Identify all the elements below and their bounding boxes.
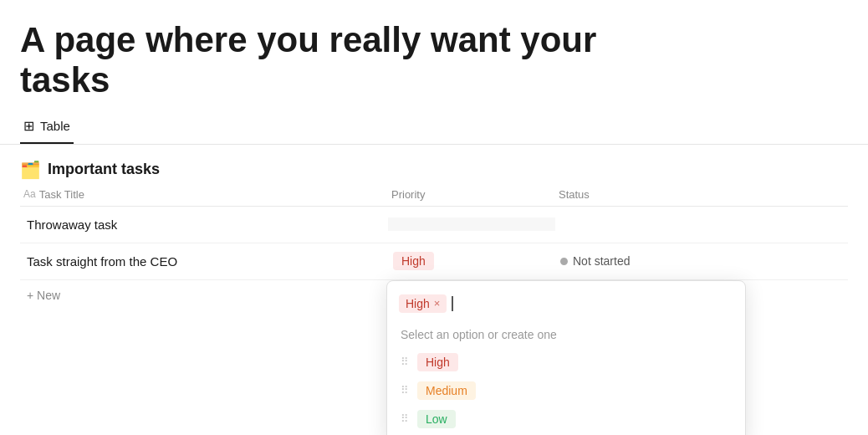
priority-dropdown[interactable]: High × Select an option or create one ⠿ … — [386, 280, 746, 435]
page-header: A page where you really want your tasks — [0, 0, 868, 111]
group-icon: 🗂️ — [20, 160, 41, 180]
page-title: A page where you really want your tasks — [20, 20, 605, 101]
group-header: 🗂️ Important tasks — [20, 145, 848, 187]
dropdown-search-row: High × — [387, 291, 745, 320]
col-header-priority: Priority — [388, 187, 555, 202]
cell-status-2[interactable]: Not started — [555, 248, 722, 274]
cell-title-1[interactable]: Throwaway task — [20, 211, 388, 238]
add-new-label: + New — [27, 289, 60, 302]
search-cursor — [452, 296, 453, 311]
tabs-bar: ⊞ Table — [0, 111, 868, 145]
status-badge[interactable]: Not started — [560, 254, 630, 268]
dropdown-hint: Select an option or create one — [387, 320, 745, 348]
drag-handle-medium: ⠿ — [401, 384, 409, 397]
cell-extra-1 — [722, 218, 848, 231]
drag-handle-low: ⠿ — [401, 412, 409, 425]
drag-handle-high: ⠿ — [401, 356, 409, 368]
table-section: 🗂️ Important tasks Aa Task Title Priorit… — [0, 145, 868, 310]
column-headers: Aa Task Title Priority Status — [20, 187, 848, 207]
tab-table-label: Table — [40, 119, 70, 133]
table-icon: ⊞ — [23, 118, 34, 134]
cell-title-2[interactable]: Task straight from the CEO — [20, 248, 388, 275]
filter-tag-close[interactable]: × — [434, 297, 441, 310]
cell-status-1[interactable] — [555, 218, 722, 231]
priority-badge-high[interactable]: High — [393, 252, 434, 270]
col-header-status: Status — [555, 187, 722, 202]
dropdown-option-high[interactable]: ⠿ High — [387, 348, 745, 376]
col-header-title: Aa Task Title — [20, 187, 388, 202]
col-header-extra — [722, 187, 848, 202]
status-dot — [560, 258, 568, 265]
option-badge-high[interactable]: High — [417, 353, 458, 371]
table-row: Throwaway task — [20, 207, 848, 243]
option-badge-low[interactable]: Low — [417, 410, 456, 428]
dropdown-option-low[interactable]: ⠿ Low — [387, 405, 745, 433]
option-badge-medium[interactable]: Medium — [417, 381, 476, 400]
filter-tag-high[interactable]: High × — [399, 294, 447, 313]
tab-table[interactable]: ⊞ Table — [20, 111, 74, 144]
cell-extra-2 — [722, 254, 848, 268]
table-row: Task straight from the CEO High Not star… — [20, 243, 848, 280]
dropdown-option-medium[interactable]: ⠿ Medium — [387, 376, 745, 405]
cell-priority-1[interactable] — [388, 218, 555, 231]
group-name: Important tasks — [48, 161, 160, 178]
cell-priority-2[interactable]: High — [388, 245, 555, 277]
